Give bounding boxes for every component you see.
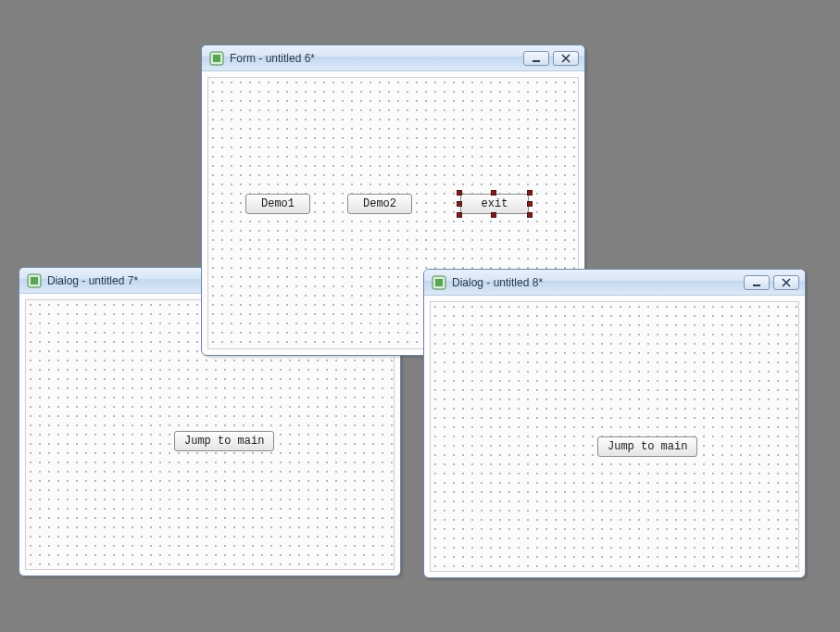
resize-handle-n[interactable] — [491, 190, 496, 196]
resize-handle-s[interactable] — [491, 212, 496, 218]
svg-rect-5 — [533, 60, 540, 62]
svg-rect-1 — [31, 277, 38, 284]
close-button[interactable] — [553, 51, 579, 66]
titlebar[interactable]: Dialog - untitled 8* — [424, 270, 805, 296]
exit-button[interactable]: exit — [460, 194, 529, 214]
app-icon — [209, 51, 224, 66]
demo2-button[interactable]: Demo2 — [347, 194, 412, 214]
svg-rect-8 — [753, 284, 760, 286]
svg-rect-7 — [435, 279, 443, 286]
minimize-button[interactable] — [744, 275, 770, 290]
resize-handle-nw[interactable] — [457, 190, 462, 196]
resize-handle-e[interactable] — [527, 201, 533, 207]
jump-to-main-button[interactable]: Jump to main — [174, 431, 274, 451]
demo1-button[interactable]: Demo1 — [245, 194, 310, 214]
window-title: Dialog - untitled 8* — [452, 276, 738, 289]
dialog-window-8: Dialog - untitled 8* Jump to main — [423, 269, 806, 578]
jump-to-main-button[interactable]: Jump to main — [597, 436, 697, 457]
designer-canvas[interactable]: Jump to main — [430, 301, 799, 572]
titlebar[interactable]: Form - untitled 6* — [202, 45, 584, 71]
resize-handle-se[interactable] — [527, 212, 533, 218]
app-icon — [27, 273, 42, 288]
svg-rect-4 — [213, 55, 220, 62]
app-icon — [432, 275, 446, 290]
resize-handle-sw[interactable] — [457, 212, 462, 218]
window-title: Form - untitled 6* — [230, 52, 518, 65]
resize-handle-w[interactable] — [457, 201, 462, 207]
minimize-button[interactable] — [523, 51, 549, 66]
resize-handle-ne[interactable] — [527, 190, 533, 196]
close-button[interactable] — [773, 275, 799, 290]
